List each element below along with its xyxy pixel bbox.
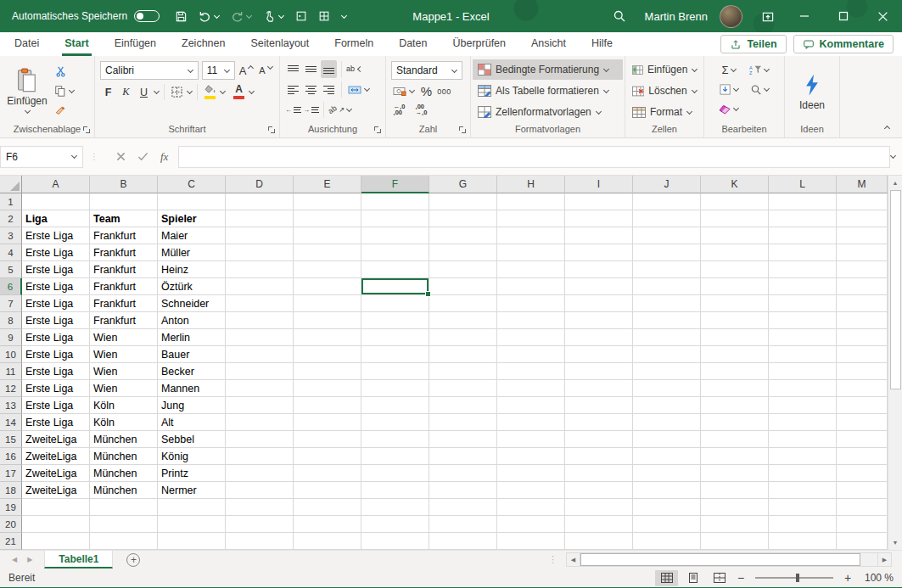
cell-A10[interactable]: Erste Liga bbox=[22, 346, 90, 363]
tab-datei[interactable]: Datei bbox=[12, 32, 42, 56]
cell-E17[interactable] bbox=[294, 465, 361, 482]
cell-A21[interactable] bbox=[22, 533, 90, 550]
cell-H1[interactable] bbox=[497, 193, 565, 210]
cell-M5[interactable] bbox=[837, 261, 888, 278]
cell-J13[interactable] bbox=[633, 397, 701, 414]
user-avatar[interactable] bbox=[720, 5, 742, 28]
accounting-chevron[interactable] bbox=[409, 88, 415, 94]
cell-C16[interactable]: König bbox=[158, 448, 226, 465]
row-header-10[interactable]: 10 bbox=[0, 346, 22, 363]
delete-cells-button[interactable]: Löschen bbox=[629, 81, 700, 101]
cell-L3[interactable] bbox=[769, 227, 837, 244]
tab-formeln[interactable]: Formeln bbox=[332, 32, 376, 56]
decrease-font-button[interactable]: A bbox=[258, 62, 274, 80]
column-header-J[interactable]: J bbox=[633, 176, 701, 193]
add-sheet-button[interactable]: + bbox=[126, 553, 140, 567]
cell-J5[interactable] bbox=[633, 261, 701, 278]
cell-G5[interactable] bbox=[429, 261, 497, 278]
cell-H3[interactable] bbox=[497, 227, 565, 244]
cell-G6[interactable] bbox=[429, 278, 497, 295]
cell-B8[interactable]: Frankfurt bbox=[90, 312, 158, 329]
cell-J1[interactable] bbox=[633, 193, 701, 210]
zoom-slider-thumb[interactable] bbox=[796, 574, 799, 582]
cell-L4[interactable] bbox=[769, 244, 837, 261]
cell-I11[interactable] bbox=[565, 363, 633, 380]
cell-C17[interactable]: Printz bbox=[158, 465, 226, 482]
cell-G17[interactable] bbox=[429, 465, 497, 482]
cell-K14[interactable] bbox=[701, 414, 769, 431]
cell-A1[interactable] bbox=[22, 193, 90, 210]
cell-A12[interactable]: Erste Liga bbox=[22, 380, 90, 397]
cell-E7[interactable] bbox=[294, 295, 361, 312]
cell-K4[interactable] bbox=[701, 244, 769, 261]
cell-D4[interactable] bbox=[226, 244, 294, 261]
cell-I20[interactable] bbox=[565, 516, 633, 533]
cell-G3[interactable] bbox=[429, 227, 497, 244]
cell-J9[interactable] bbox=[633, 329, 701, 346]
ribbon-display-options-button[interactable] bbox=[761, 10, 775, 23]
cell-G20[interactable] bbox=[429, 516, 497, 533]
percent-style-button[interactable]: % bbox=[418, 82, 434, 100]
cell-L2[interactable] bbox=[769, 210, 837, 227]
row-header-6[interactable]: 6 bbox=[0, 278, 22, 295]
cell-M1[interactable] bbox=[837, 193, 888, 210]
cell-F9[interactable] bbox=[361, 329, 429, 346]
cell-F21[interactable] bbox=[361, 533, 429, 550]
cell-H8[interactable] bbox=[497, 312, 565, 329]
cell-I3[interactable] bbox=[565, 227, 633, 244]
share-button[interactable]: Teilen bbox=[720, 35, 786, 53]
font-color-chevron[interactable] bbox=[249, 89, 255, 95]
cell-E9[interactable] bbox=[294, 329, 361, 346]
font-color-button[interactable]: A bbox=[231, 83, 247, 101]
italic-button[interactable]: K bbox=[118, 83, 134, 101]
cell-D19[interactable] bbox=[226, 499, 294, 516]
cell-G21[interactable] bbox=[429, 533, 497, 550]
cell-F14[interactable] bbox=[361, 414, 429, 431]
cell-B17[interactable]: München bbox=[90, 465, 158, 482]
zoom-out-button[interactable]: − bbox=[734, 571, 748, 585]
cell-I14[interactable] bbox=[565, 414, 633, 431]
cell-G19[interactable] bbox=[429, 499, 497, 516]
cell-A20[interactable] bbox=[22, 516, 90, 533]
cell-B11[interactable]: Wien bbox=[90, 363, 158, 380]
column-header-I[interactable]: I bbox=[565, 176, 633, 193]
cell-B19[interactable] bbox=[90, 499, 158, 516]
cell-J10[interactable] bbox=[633, 346, 701, 363]
cell-C21[interactable] bbox=[158, 533, 226, 550]
column-header-D[interactable]: D bbox=[226, 176, 294, 193]
column-header-H[interactable]: H bbox=[497, 176, 565, 193]
tabbar-splitter[interactable]: ⋮ bbox=[548, 554, 557, 565]
cell-J7[interactable] bbox=[633, 295, 701, 312]
cell-F6[interactable] bbox=[361, 278, 429, 295]
align-right-button[interactable] bbox=[321, 81, 337, 98]
cell-D17[interactable] bbox=[226, 465, 294, 482]
row-header-8[interactable]: 8 bbox=[0, 312, 22, 329]
scroll-up-arrow[interactable]: ▲ bbox=[888, 176, 902, 190]
cell-B7[interactable]: Frankfurt bbox=[90, 295, 158, 312]
cell-I5[interactable] bbox=[565, 261, 633, 278]
cell-B12[interactable]: Wien bbox=[90, 380, 158, 397]
cell-F20[interactable] bbox=[361, 516, 429, 533]
zoom-in-button[interactable]: + bbox=[841, 571, 854, 585]
expand-formula-bar-chevron[interactable] bbox=[890, 154, 900, 160]
cell-L16[interactable] bbox=[769, 448, 837, 465]
cell-D3[interactable] bbox=[226, 227, 294, 244]
tab-start[interactable]: Start bbox=[62, 32, 91, 56]
cell-M8[interactable] bbox=[837, 312, 888, 329]
cell-J3[interactable] bbox=[633, 227, 701, 244]
cell-D2[interactable] bbox=[226, 210, 294, 227]
cell-E1[interactable] bbox=[294, 193, 361, 210]
cell-J6[interactable] bbox=[633, 278, 701, 295]
page-layout-view-button[interactable] bbox=[681, 570, 704, 586]
cell-L14[interactable] bbox=[769, 414, 837, 431]
cell-L9[interactable] bbox=[769, 329, 837, 346]
cell-F19[interactable] bbox=[361, 499, 429, 516]
cell-K2[interactable] bbox=[701, 210, 769, 227]
cell-H7[interactable] bbox=[497, 295, 565, 312]
cell-L10[interactable] bbox=[769, 346, 837, 363]
cell-D16[interactable] bbox=[226, 448, 294, 465]
row-header-12[interactable]: 12 bbox=[0, 380, 22, 397]
cell-C7[interactable]: Schneider bbox=[158, 295, 226, 312]
row-header-4[interactable]: 4 bbox=[0, 244, 22, 261]
cell-L11[interactable] bbox=[769, 363, 837, 380]
